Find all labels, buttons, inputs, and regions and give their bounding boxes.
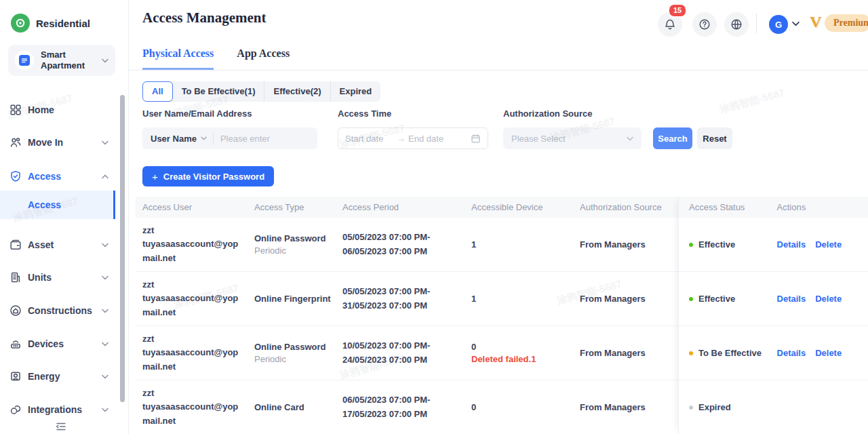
premium-badge[interactable]: Premium <box>825 14 868 32</box>
auth-source-label: Authorization Source <box>503 108 592 119</box>
chevron-down-icon <box>102 374 108 379</box>
accessible-device-cell: 0Deleted failed.1 <box>471 342 580 364</box>
sidebar-item-label: Home <box>28 104 108 115</box>
tab-physical-access[interactable]: Physical Access <box>142 47 214 70</box>
app-name: Residential <box>36 18 90 29</box>
access-period-cell: 05/05/2023 07:00 PM-31/05/2023 07:00 PM <box>342 285 471 313</box>
sidebar-item-access[interactable]: Access <box>0 161 117 191</box>
question-icon[interactable] <box>692 12 717 37</box>
column-header: Accessible Device <box>471 202 580 212</box>
access-period-cell: 05/05/2023 07:00 PM-06/05/2023 07:00 PM <box>342 231 471 259</box>
sidebar-item-move-in[interactable]: Move In <box>0 127 117 157</box>
access-period-cell: 06/05/2023 07:00 PM-17/05/2023 07:00 PM <box>342 393 471 422</box>
status-dot <box>689 243 693 247</box>
search-button[interactable]: Search <box>653 127 692 149</box>
status-dot <box>689 406 693 410</box>
page-title: Access Management <box>142 9 267 26</box>
create-visitor-password-button[interactable]: + Create Visitor Password <box>142 166 274 186</box>
plus-icon: + <box>152 171 158 182</box>
sidebar-item-asset[interactable]: Asset <box>0 230 117 260</box>
sidebar-item-units[interactable]: Units <box>0 262 117 292</box>
filter-all[interactable]: All <box>142 81 173 102</box>
meter-icon <box>9 370 22 382</box>
table-row: zzttuyasaasaccount@yopmail.net Online Pa… <box>136 218 678 272</box>
access-type-cell: Online PasswordPeriodic <box>254 233 342 256</box>
details-link[interactable]: Details <box>777 239 806 250</box>
sidebar-item-home[interactable]: Home <box>0 95 117 125</box>
end-date-input[interactable] <box>408 134 453 144</box>
column-header: Access User <box>136 202 254 212</box>
table-fixed-panel: Access Status Actions Effective Details … <box>678 197 868 434</box>
access-type-cell: Online PasswordPeriodic <box>254 342 342 364</box>
delete-link[interactable]: Delete <box>815 348 842 358</box>
link-icon <box>9 403 22 416</box>
table-header: Access Status Actions <box>679 197 868 218</box>
workspace-name: Smart Apartment <box>41 50 95 72</box>
chevron-down-icon <box>102 275 108 280</box>
sidebar-item-label: Devices <box>28 338 96 349</box>
sidebar-item-energy[interactable]: Energy <box>0 361 117 391</box>
chevron-down-icon <box>102 243 108 248</box>
auth-source-cell: From Managers <box>580 239 678 250</box>
table-scroll-panel: Access User Access Type Access Period Ac… <box>136 197 678 434</box>
filter-to-be-effective[interactable]: To Be Effective(1) <box>173 81 264 102</box>
table-row-fixed: Expired <box>679 380 868 434</box>
notification-badge: 15 <box>668 3 687 18</box>
chevron-down-icon <box>102 58 108 63</box>
people-icon <box>9 136 22 149</box>
table-row: zzttuyasaasaccount@yopmail.net Online Ca… <box>136 380 678 434</box>
arrow-right-icon: → <box>397 134 406 144</box>
auth-source-cell: From Managers <box>580 294 678 304</box>
globe-icon[interactable] <box>724 12 749 37</box>
access-time-range[interactable]: → <box>338 127 488 149</box>
status-dot <box>689 297 693 301</box>
column-header: Access Period <box>342 202 471 212</box>
reset-button[interactable]: Reset <box>697 127 732 149</box>
start-date-input[interactable] <box>345 134 394 144</box>
sidebar-item-constructions[interactable]: Constructions <box>0 296 117 326</box>
access-status-cell: Expired <box>679 402 777 412</box>
username-label: User Name/Email Address <box>142 108 252 119</box>
chevron-down-icon[interactable] <box>792 21 800 26</box>
actions-cell: Details Delete <box>777 239 868 250</box>
access-user-cell: zzttuyasaasaccount@yopmail.net <box>136 278 254 319</box>
details-link[interactable]: Details <box>777 294 806 304</box>
sidebar-item-integrations[interactable]: Integrations <box>0 395 117 425</box>
sidebar-subitem-access[interactable]: Access <box>0 191 115 219</box>
wallet-icon <box>9 239 22 251</box>
sidebar-item-label: Constructions <box>28 305 96 316</box>
access-status-cell: Effective <box>679 239 777 250</box>
table-row-fixed: To Be Effective Details Delete <box>679 326 868 380</box>
access-time-label: Access Time <box>338 108 391 119</box>
actions-cell: Details Delete <box>777 348 868 358</box>
residential-logo-icon <box>11 14 30 33</box>
sidebar-item-label: Energy <box>28 371 96 382</box>
sidebar-item-label: Access <box>28 171 96 182</box>
delete-link[interactable]: Delete <box>815 294 842 304</box>
filter-expired[interactable]: Expired <box>330 81 381 102</box>
username-type-select[interactable]: User Name <box>142 134 213 144</box>
accessible-device-cell: 1 <box>471 239 580 250</box>
menu-collapse-icon[interactable] <box>56 422 66 431</box>
workspace-selector[interactable]: Smart Apartment <box>8 45 115 76</box>
username-input[interactable] <box>214 134 317 144</box>
access-status-cell: Effective <box>679 294 777 304</box>
column-header: Access Status <box>679 202 777 212</box>
sidebar: Residential Smart Apartment Home Move In… <box>0 0 129 434</box>
auth-source-select[interactable]: Please Select <box>503 127 642 149</box>
table-row: zzttuyasaasaccount@yopmail.net Online Fi… <box>136 272 678 326</box>
avatar[interactable]: G <box>769 15 788 34</box>
filter-effective[interactable]: Effective(2) <box>264 81 330 102</box>
delete-link[interactable]: Delete <box>815 239 842 250</box>
sidebar-scrollbar[interactable] <box>120 95 125 402</box>
accessible-device-cell: 1 <box>471 294 580 304</box>
access-period-cell: 10/05/2023 07:00 PM-24/05/2023 07:00 PM <box>342 339 471 368</box>
sidebar-item-devices[interactable]: Devices <box>0 329 117 359</box>
details-link[interactable]: Details <box>777 348 806 358</box>
table-row-fixed: Effective Details Delete <box>679 272 868 326</box>
status-filter-group: All To Be Effective(1) Effective(2) Expi… <box>142 81 380 102</box>
main-content: Access Management 15 G V Premium Physica… <box>129 0 868 434</box>
sidebar-item-label: Asset <box>28 239 96 250</box>
apartment-icon <box>15 51 34 70</box>
tab-app-access[interactable]: App Access <box>237 47 290 70</box>
